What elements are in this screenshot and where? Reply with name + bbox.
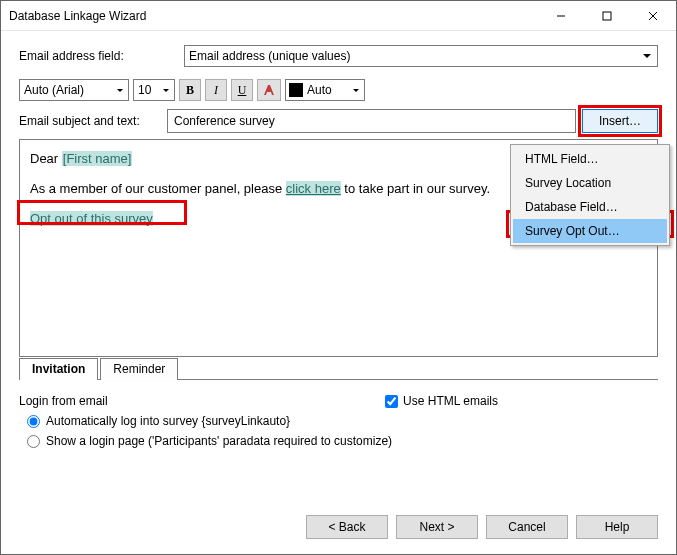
wizard-window: Database Linkage Wizard Email address fi…: [0, 0, 677, 555]
tab-row: Invitation Reminder: [19, 357, 658, 380]
radio-auto-login[interactable]: Automatically log into survey {surveyLin…: [27, 414, 658, 428]
maximize-button[interactable]: [584, 1, 630, 31]
color-swatch: [289, 83, 303, 97]
italic-button[interactable]: I: [205, 79, 227, 101]
insert-context-menu: HTML Field… Survey Location Database Fie…: [510, 144, 670, 246]
login-header-label: Login from email: [19, 394, 108, 408]
cancel-button[interactable]: Cancel: [486, 515, 568, 539]
radio-login-page[interactable]: Show a login page ('Participants' parada…: [27, 434, 658, 448]
minimize-button[interactable]: [538, 1, 584, 31]
login-options: Login from email Use HTML emails Automat…: [19, 394, 658, 454]
menu-survey-location[interactable]: Survey Location: [513, 171, 667, 195]
format-toolbar: Auto (Arial) 10 B I U Auto: [19, 79, 658, 101]
bold-button[interactable]: B: [179, 79, 201, 101]
opt-out-link: Opt out of this survey: [30, 211, 153, 226]
font-select[interactable]: Auto (Arial): [19, 79, 129, 101]
window-title: Database Linkage Wizard: [9, 9, 538, 23]
menu-survey-opt-out[interactable]: Survey Opt Out…: [513, 219, 667, 243]
radio-login-page-input[interactable]: [27, 435, 40, 448]
titlebar: Database Linkage Wizard: [1, 1, 676, 31]
firstname-placeholder: [First name]: [62, 151, 133, 166]
underline-button[interactable]: U: [231, 79, 253, 101]
svg-rect-1: [603, 12, 611, 20]
next-button[interactable]: Next >: [396, 515, 478, 539]
click-here-link: click here: [286, 181, 341, 196]
email-field-value: Email address (unique values): [189, 49, 350, 63]
subject-label: Email subject and text:: [19, 114, 167, 128]
subject-input[interactable]: [167, 109, 576, 133]
text-color-icon: [262, 83, 276, 97]
close-button[interactable]: [630, 1, 676, 31]
text-color-button[interactable]: [257, 79, 281, 101]
tab-reminder[interactable]: Reminder: [100, 358, 178, 380]
radio-auto-login-input[interactable]: [27, 415, 40, 428]
menu-html-field[interactable]: HTML Field…: [513, 147, 667, 171]
back-button[interactable]: < Back: [306, 515, 388, 539]
use-html-input[interactable]: [385, 395, 398, 408]
use-html-checkbox[interactable]: Use HTML emails: [385, 394, 498, 408]
content-area: Email address field: Email address (uniq…: [1, 31, 676, 505]
menu-database-field[interactable]: Database Field…: [513, 195, 667, 219]
tab-invitation[interactable]: Invitation: [19, 358, 98, 380]
email-field-label: Email address field:: [19, 49, 184, 63]
fill-color-select[interactable]: Auto: [285, 79, 365, 101]
footer-buttons: < Back Next > Cancel Help: [1, 505, 676, 554]
email-field-select[interactable]: Email address (unique values): [184, 45, 658, 67]
insert-button[interactable]: Insert…: [582, 109, 658, 133]
help-button[interactable]: Help: [576, 515, 658, 539]
font-size-select[interactable]: 10: [133, 79, 175, 101]
